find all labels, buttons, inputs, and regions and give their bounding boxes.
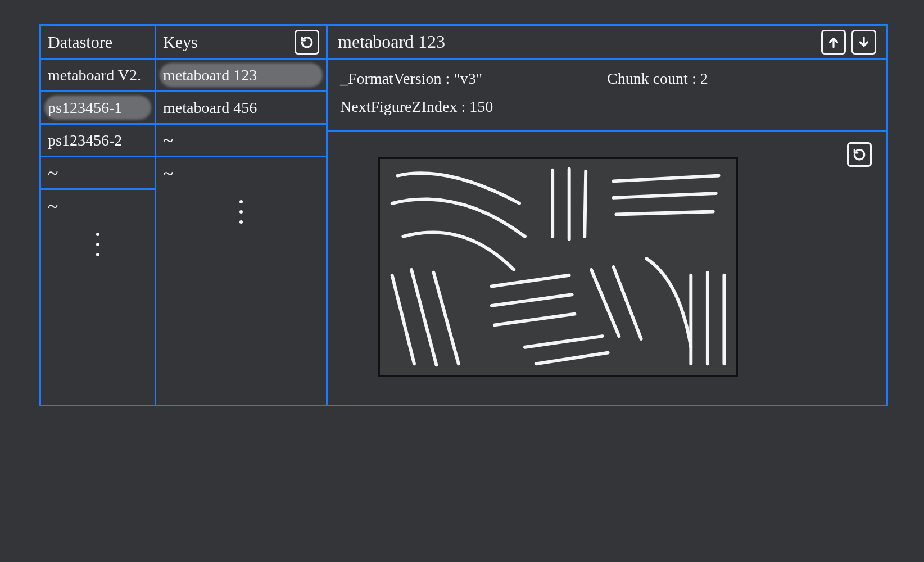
datastore-header: Datastore <box>41 26 155 60</box>
refresh-keys-button[interactable] <box>295 30 319 55</box>
board-preview <box>378 157 738 377</box>
datastore-item[interactable]: ~ <box>41 190 155 223</box>
keys-title: Keys <box>163 33 289 52</box>
key-item[interactable]: metaboard 123 <box>156 60 326 92</box>
detail-body <box>328 132 886 405</box>
ellipsis-icon: ~ <box>48 196 60 217</box>
download-icon <box>857 35 871 49</box>
refresh-icon <box>852 147 867 162</box>
download-button[interactable] <box>851 30 876 55</box>
datastore-item[interactable]: metaboard V2. <box>41 60 155 92</box>
app-frame: Datastore metaboard V2. ps123456-1 ps123… <box>39 24 888 406</box>
detail-header: metaboard 123 <box>328 26 886 60</box>
more-dots-icon <box>156 190 326 234</box>
ellipsis-icon: ~ <box>163 163 175 184</box>
datastore-column: Datastore metaboard V2. ps123456-1 ps123… <box>41 26 156 405</box>
board-strokes-icon <box>380 159 736 375</box>
keys-header: Keys <box>156 26 326 60</box>
detail-title: metaboard 123 <box>338 31 816 52</box>
datastore-title: Datastore <box>48 33 148 52</box>
meta-chunk-count: Chunk count 2 <box>607 70 874 88</box>
meta-next-figure-zindex: NextFigureZIndex 150 <box>340 98 874 116</box>
key-item[interactable]: ~ <box>156 157 326 190</box>
upload-icon <box>826 35 841 49</box>
upload-button[interactable] <box>821 30 846 55</box>
more-dots-icon <box>41 223 155 266</box>
refresh-icon <box>300 35 314 49</box>
datastore-item[interactable]: ps123456-2 <box>41 125 155 157</box>
datastore-item[interactable]: ~ <box>41 157 155 190</box>
key-item[interactable]: ~ <box>156 125 326 157</box>
datastore-item[interactable]: ps123456-1 <box>41 92 155 125</box>
detail-column: metaboard 123 _FormatVersion "v3" Chunk … <box>328 26 886 405</box>
refresh-preview-button[interactable] <box>847 142 872 167</box>
meta-format-version: _FormatVersion "v3" <box>340 70 607 88</box>
ellipsis-icon: ~ <box>163 130 175 151</box>
ellipsis-icon: ~ <box>48 162 60 184</box>
keys-column: Keys metaboard 123 metaboard 456 ~ ~ <box>156 26 328 405</box>
key-item[interactable]: metaboard 456 <box>156 92 326 125</box>
detail-metadata: _FormatVersion "v3" Chunk count 2 NextFi… <box>328 60 886 132</box>
